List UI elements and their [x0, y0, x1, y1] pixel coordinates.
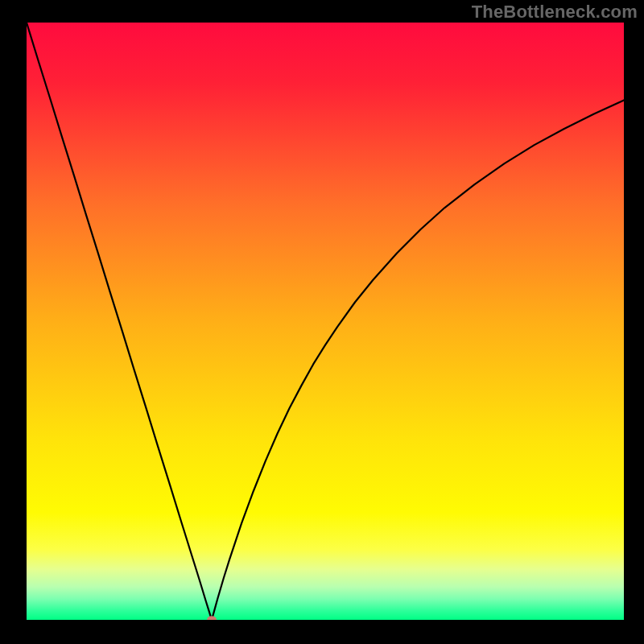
chart-container: TheBottleneck.com [0, 0, 644, 644]
plot-area [27, 23, 624, 620]
bottleneck-chart-canvas [27, 23, 624, 620]
watermark-text: TheBottleneck.com [472, 2, 638, 23]
